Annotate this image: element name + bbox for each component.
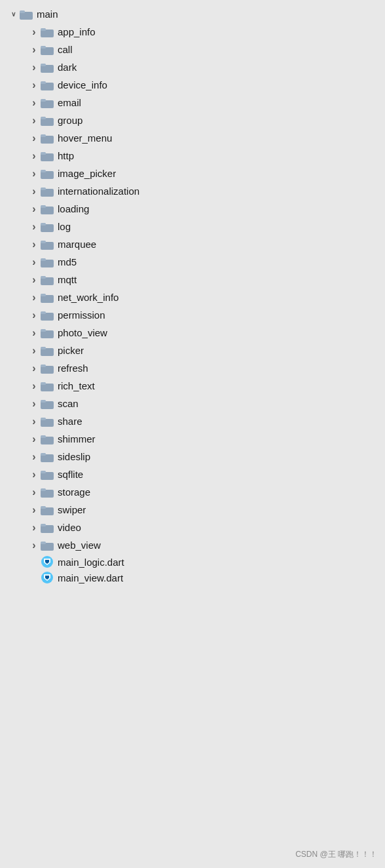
tree-folder-group[interactable]: group xyxy=(0,111,385,129)
chevron-right-icon xyxy=(29,416,39,427)
tree-folder-image_picker[interactable]: image_picker xyxy=(0,165,385,182)
tree-folder-web_view[interactable]: web_view xyxy=(0,536,385,554)
chevron-right-icon xyxy=(29,540,39,551)
svg-rect-53 xyxy=(41,471,46,473)
tree-folder-sideslip[interactable]: sideslip xyxy=(0,448,385,465)
folder-label: call xyxy=(58,43,73,56)
tree-folder-log[interactable]: log xyxy=(0,218,385,235)
tree-folder-marquee[interactable]: marquee xyxy=(0,235,385,253)
chevron-right-icon xyxy=(29,381,39,391)
svg-rect-61 xyxy=(41,542,46,544)
chevron-down-icon xyxy=(8,9,18,20)
folder-icon xyxy=(41,27,54,37)
tree-folder-scan[interactable]: scan xyxy=(0,395,385,412)
tree-root-main[interactable]: main xyxy=(0,5,385,23)
tree-folder-share[interactable]: share xyxy=(0,412,385,430)
svg-rect-57 xyxy=(41,506,46,509)
chevron-right-icon xyxy=(29,310,39,321)
folder-label: refresh xyxy=(58,361,88,375)
tree-folder-mqtt[interactable]: mqtt xyxy=(0,271,385,288)
folder-label: picker xyxy=(58,344,84,357)
folder-icon xyxy=(20,9,33,20)
folder-label: http xyxy=(58,149,74,163)
folder-label: mqtt xyxy=(58,273,77,286)
chevron-right-icon xyxy=(29,452,39,462)
chevron-right-icon xyxy=(29,239,39,250)
folder-icon xyxy=(41,151,54,161)
tree-folder-dark[interactable]: dark xyxy=(0,58,385,76)
folder-label: sideslip xyxy=(58,450,90,464)
folder-icon xyxy=(41,540,54,551)
tree-file-main_view-dart[interactable]: main_view.dart xyxy=(0,570,385,585)
folder-label: group xyxy=(58,113,82,127)
svg-rect-35 xyxy=(41,311,46,314)
watermark: CSDN @王 哪跑！！！ xyxy=(295,849,377,860)
tree-folder-http[interactable]: http xyxy=(0,147,385,165)
tree-folder-internationalization[interactable]: internationalization xyxy=(0,182,385,200)
tree-folder-sqflite[interactable]: sqflite xyxy=(0,465,385,483)
chevron-right-icon xyxy=(29,222,39,232)
folder-label: scan xyxy=(58,397,79,410)
tree-folder-video[interactable]: video xyxy=(0,519,385,536)
folder-label: log xyxy=(58,220,71,233)
svg-rect-39 xyxy=(41,347,46,349)
svg-rect-1 xyxy=(20,10,25,13)
tree-folder-rich_text[interactable]: rich_text xyxy=(0,377,385,395)
folder-icon xyxy=(41,115,54,126)
tree-folder-call[interactable]: call xyxy=(0,41,385,58)
folder-label: web_view xyxy=(58,538,101,552)
chevron-right-icon xyxy=(29,345,39,356)
tree-folder-loading[interactable]: loading xyxy=(0,200,385,218)
tree-folder-permission[interactable]: permission xyxy=(0,306,385,324)
tree-folder-md5[interactable]: md5 xyxy=(0,253,385,271)
folder-icon xyxy=(41,292,54,303)
tree-folder-device_info[interactable]: device_info xyxy=(0,76,385,94)
tree-folder-storage[interactable]: storage xyxy=(0,483,385,501)
file-label: main_view.dart xyxy=(58,572,123,583)
folder-icon xyxy=(41,363,54,374)
folder-icon xyxy=(41,45,54,55)
tree-folder-hover_menu[interactable]: hover_menu xyxy=(0,129,385,147)
folder-icon xyxy=(41,469,54,480)
tree-folder-refresh[interactable]: refresh xyxy=(0,359,385,377)
svg-rect-37 xyxy=(41,329,46,332)
folder-icon xyxy=(41,133,54,144)
folder-icon xyxy=(41,487,54,498)
folder-icon xyxy=(41,222,54,232)
folder-label: rich_text xyxy=(58,379,95,393)
chevron-right-icon xyxy=(29,399,39,409)
chevron-right-icon xyxy=(29,257,39,267)
file-tree: main app_info call dark device_info emai… xyxy=(0,0,385,591)
folder-label: net_work_info xyxy=(58,290,119,304)
tree-folder-swiper[interactable]: swiper xyxy=(0,501,385,519)
chevron-right-icon xyxy=(29,98,39,108)
folder-icon xyxy=(41,257,54,267)
tree-folder-email[interactable]: email xyxy=(0,94,385,111)
svg-rect-33 xyxy=(41,294,46,296)
folder-icon xyxy=(41,416,54,427)
chevron-right-icon xyxy=(29,168,39,179)
chevron-right-icon xyxy=(29,487,39,498)
tree-folder-app_info[interactable]: app_info xyxy=(0,23,385,41)
folder-list: app_info call dark device_info email gro… xyxy=(0,23,385,554)
svg-rect-7 xyxy=(41,64,46,66)
svg-rect-27 xyxy=(41,241,46,243)
svg-rect-13 xyxy=(41,117,46,119)
tree-folder-shimmer[interactable]: shimmer xyxy=(0,430,385,448)
chevron-right-icon xyxy=(29,363,39,374)
tree-file-main_logic-dart[interactable]: main_logic.dart xyxy=(0,554,385,570)
chevron-right-icon xyxy=(29,62,39,73)
dart-icon xyxy=(41,556,54,568)
folder-icon xyxy=(41,204,54,214)
svg-rect-21 xyxy=(41,187,46,190)
tree-folder-picker[interactable]: picker xyxy=(0,342,385,359)
folder-label: device_info xyxy=(58,78,107,92)
tree-folder-net_work_info[interactable]: net_work_info xyxy=(0,288,385,306)
folder-icon xyxy=(41,310,54,321)
svg-rect-29 xyxy=(41,258,46,261)
folder-icon xyxy=(41,98,54,108)
svg-rect-19 xyxy=(41,170,46,172)
svg-rect-43 xyxy=(41,382,46,385)
chevron-right-icon xyxy=(29,133,39,144)
tree-folder-photo_view[interactable]: photo_view xyxy=(0,324,385,342)
